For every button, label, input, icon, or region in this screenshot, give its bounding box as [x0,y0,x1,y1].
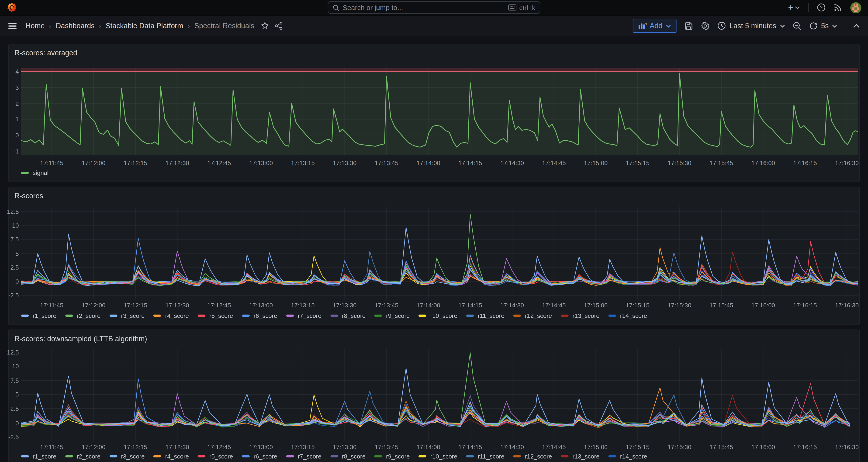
x-axis-tick-label: 17:12:45 [207,159,231,166]
user-avatar[interactable] [850,2,861,13]
legend-color-pill [198,455,206,457]
add-panel-label: Add [650,22,662,30]
x-axis-tick-label: 17:15:45 [709,159,733,166]
legend-label: r13_score [572,312,599,319]
panel-title[interactable]: R-scores: averaged [14,49,77,57]
legend-item-r5_score[interactable]: r5_score [198,312,233,319]
legend-color-pill [374,315,382,317]
x-axis-tick-label: 17:16:30 [835,159,859,166]
panel-r-scores: R-scores 12.5107.552.50-2.517:11:4517:12… [8,187,860,325]
zoom-out-button[interactable] [793,21,802,30]
search-icon [333,4,339,11]
x-axis-tick-label: 17:12:45 [207,443,231,450]
legend-item-r8_score[interactable]: r8_score [330,453,366,459]
y-axis-tick-label: 12.5 [6,208,19,215]
breadcrumb-current-dashboard[interactable]: Spectral Residuals [194,22,254,30]
legend-label: r5_score [209,453,233,459]
panel-title[interactable]: R-scores [14,192,43,200]
legend-item-r4_score[interactable]: r4_score [154,453,189,459]
x-axis-tick-label: 17:12:00 [82,302,105,308]
news-button[interactable] [834,3,842,12]
search-input[interactable] [343,3,505,11]
share-icon[interactable] [275,22,283,30]
x-axis-tick-label: 17:13:15 [291,443,315,450]
legend-item-r5_score[interactable]: r5_score [198,453,233,459]
refresh-interval-label[interactable]: 5s [821,22,829,30]
x-axis-tick-label: 17:12:45 [207,302,231,308]
legend-item-r2_score[interactable]: r2_score [65,312,100,319]
breadcrumb-folder[interactable]: Stackable Data Platform [105,22,183,30]
legend-color-pill [330,315,338,317]
panel-r-scores-downsampled: R-scores: downsampled (LTTB algorithm) 1… [8,330,860,462]
legend-item-r2_score[interactable]: r2_score [65,453,100,459]
legend-item-r11_score[interactable]: r11_score [466,453,504,459]
collapse-topbar-button[interactable] [853,24,860,28]
time-range-picker[interactable]: Last 5 minutes [717,22,785,30]
legend-item-r12_score[interactable]: r12_score [514,312,552,319]
menu-toggle-button[interactable] [8,22,17,29]
x-axis-tick-label: 17:12:00 [82,443,105,450]
legend-color-pill [561,455,569,457]
legend-item-r3_score[interactable]: r3_score [110,453,145,459]
legend-color-pill [198,315,206,317]
legend-item-r3_score[interactable]: r3_score [110,312,145,319]
chevron-down-icon [666,24,671,27]
legend-color-pill [514,315,521,317]
breadcrumb-dashboards[interactable]: Dashboards [56,22,94,30]
legend-item-r7_score[interactable]: r7_score [286,453,321,459]
legend-item-r8_score[interactable]: r8_score [330,312,366,319]
legend-item-r14_score[interactable]: r14_score [609,312,647,319]
legend-item-r14_score[interactable]: r14_score [609,453,647,459]
legend-label: r3_score [121,453,145,459]
legend-item-r10_score[interactable]: r10_score [418,453,457,459]
x-axis-tick-label: 17:12:30 [165,159,189,166]
star-icon[interactable] [261,22,269,30]
save-dashboard-button[interactable] [684,21,693,30]
x-axis-tick-label: 17:14:45 [542,159,566,166]
x-axis-tick-label: 17:15:00 [584,443,608,450]
legend-label: r1_score [33,312,56,319]
help-button[interactable]: ? [817,3,826,12]
x-axis-tick-label: 17:14:30 [500,302,524,308]
legend-item-r6_score[interactable]: r6_score [242,453,277,459]
legend-label: r9_score [386,312,410,319]
y-axis-tick-label: 10 [6,222,19,228]
chart-r-scores-downsampled[interactable]: 12.5107.552.50-2.517:11:4517:12:0017:12:… [9,330,859,462]
chart-canvas[interactable] [9,330,860,462]
save-icon [684,21,693,30]
y-axis-tick-label: 5 [6,250,19,256]
grafana-logo-icon [6,2,17,12]
add-panel-button[interactable]: Add [632,19,676,33]
chart-r-scores-averaged[interactable]: 43210-117:11:4517:12:0017:12:1517:12:301… [9,44,859,182]
legend-item-r4_score[interactable]: r4_score [154,312,189,319]
chart-r-scores[interactable]: 12.5107.552.50-2.517:11:4517:12:0017:12:… [9,187,859,325]
panel-title[interactable]: R-scores: downsampled (LTTB algorithm) [14,334,147,343]
dashboard-settings-button[interactable] [701,21,709,30]
legend-item-signal[interactable]: signal [21,170,49,176]
legend-label: r12_score [525,453,552,459]
legend-item-r7_score[interactable]: r7_score [286,312,321,319]
legend-item-r9_score[interactable]: r9_score [374,453,410,459]
legend-item-r11_score[interactable]: r11_score [466,312,504,319]
legend-item-r12_score[interactable]: r12_score [514,453,552,459]
legend-item-r13_score[interactable]: r13_score [561,312,600,319]
legend-item-r10_score[interactable]: r10_score [418,312,457,319]
time-range-label: Last 5 minutes [730,22,776,30]
legend-color-pill [466,455,474,457]
x-axis-tick-label: 17:15:00 [584,159,608,166]
new-button[interactable]: + [788,3,800,12]
legend-item-r9_score[interactable]: r9_score [374,312,410,319]
x-axis-tick-label: 17:13:45 [375,159,398,166]
x-axis-tick-label: 17:16:00 [751,302,775,308]
x-axis-tick-label: 17:16:30 [835,443,859,450]
legend-item-r1_score[interactable]: r1_score [21,453,56,459]
legend-item-r1_score[interactable]: r1_score [21,312,56,319]
legend-label: r4_score [165,453,189,459]
legend-color-pill [418,455,426,457]
legend-item-r6_score[interactable]: r6_score [242,312,277,319]
breadcrumb-home[interactable]: Home [25,22,44,30]
refresh-icon[interactable] [809,22,818,30]
legend-label: r7_score [298,453,321,459]
legend-item-r13_score[interactable]: r13_score [561,453,600,459]
svg-text:?: ? [820,5,823,10]
